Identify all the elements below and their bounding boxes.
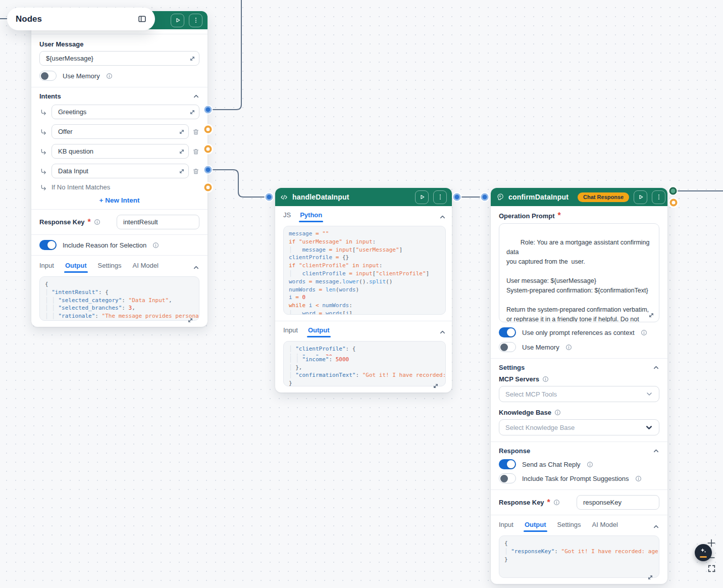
prompt-references-label: Use only prompt references as context xyxy=(522,329,635,336)
collapse-code-icon[interactable] xyxy=(439,214,446,220)
collapse-response-icon[interactable] xyxy=(653,448,659,454)
expand-output-icon[interactable] xyxy=(433,383,439,389)
tab-ai-model[interactable]: AI Model xyxy=(592,521,618,532)
tab-output[interactable]: Output xyxy=(308,326,330,337)
tab-settings[interactable]: Settings xyxy=(557,521,581,532)
intents-header: Intents xyxy=(39,92,193,100)
response-key-label: Response Key xyxy=(39,218,85,226)
output-port-data-input[interactable] xyxy=(204,166,212,174)
output-port-offer[interactable] xyxy=(204,126,212,133)
node-menu-button[interactable] xyxy=(652,190,665,204)
collapse-tabs-icon[interactable] xyxy=(653,523,659,530)
info-icon[interactable] xyxy=(554,409,561,416)
info-icon[interactable] xyxy=(635,475,642,482)
code-node[interactable]: handleDataInput JS Python message = ""if… xyxy=(275,188,452,393)
branch-arrow-icon xyxy=(39,109,47,116)
send-chat-reply-toggle[interactable] xyxy=(499,459,516,469)
tab-input[interactable]: Input xyxy=(39,262,54,273)
fit-view-button[interactable] xyxy=(707,564,716,573)
input-port-chat-node[interactable] xyxy=(481,193,489,201)
intent-input-offer[interactable] xyxy=(51,124,189,139)
chat-node-header[interactable]: confirmDataInput Chat Response xyxy=(491,188,667,206)
use-memory-label: Use Memory xyxy=(63,72,100,80)
collapse-settings-icon[interactable] xyxy=(653,364,659,371)
ai-assistant-button[interactable] xyxy=(695,544,712,561)
include-reason-toggle[interactable] xyxy=(39,240,57,250)
intent-input-data-input[interactable] xyxy=(51,164,189,178)
use-memory-toggle[interactable] xyxy=(499,342,516,352)
intent-input-kb-question[interactable] xyxy=(51,144,189,159)
output-port-no-match[interactable] xyxy=(204,184,212,191)
collapse-intents-icon[interactable] xyxy=(193,93,199,100)
prompt-references-toggle[interactable] xyxy=(499,327,516,337)
tab-input[interactable]: Input xyxy=(283,326,298,337)
expand-output-icon[interactable] xyxy=(647,574,653,580)
flow-canvas[interactable]: User Message Use Memory Intents xyxy=(0,0,723,588)
info-icon[interactable] xyxy=(553,499,560,506)
ai-head-icon xyxy=(496,193,504,201)
expand-output-icon[interactable] xyxy=(187,317,193,323)
nodes-panel-header[interactable]: Nodes xyxy=(7,8,155,30)
expand-icon[interactable] xyxy=(179,168,185,174)
run-node-button[interactable] xyxy=(171,14,184,27)
user-message-input[interactable] xyxy=(39,51,199,66)
include-task-toggle[interactable] xyxy=(499,473,516,483)
use-memory-toggle[interactable] xyxy=(39,71,57,81)
delete-intent-icon[interactable] xyxy=(192,128,199,135)
response-key-label: Response Key xyxy=(499,499,544,506)
expand-icon[interactable] xyxy=(179,129,185,135)
expand-icon[interactable] xyxy=(189,109,195,115)
expand-icon[interactable] xyxy=(189,56,195,62)
intent-input-greetings[interactable] xyxy=(51,105,199,119)
response-section-header: Response xyxy=(499,447,653,455)
collapse-output-icon[interactable] xyxy=(439,329,446,335)
tab-ai-model[interactable]: AI Model xyxy=(133,262,159,273)
info-icon[interactable] xyxy=(641,329,647,336)
new-intent-button[interactable]: + New Intent xyxy=(39,197,199,204)
node-menu-button[interactable] xyxy=(189,14,202,27)
run-node-button[interactable] xyxy=(634,190,647,204)
settings-section-header: Settings xyxy=(499,364,653,371)
response-key-input[interactable] xyxy=(117,215,199,229)
delete-intent-icon[interactable] xyxy=(192,168,199,175)
info-icon[interactable] xyxy=(106,73,113,79)
collapse-tabs-icon[interactable] xyxy=(193,264,199,271)
python-code-editor[interactable]: message = ""if "userMessage" in input:│ … xyxy=(283,226,446,315)
response-key-input[interactable] xyxy=(577,495,659,510)
operation-prompt-textarea[interactable]: Role: You are a mortgage assistant confi… xyxy=(499,223,659,322)
code-output-json: │ "clientProfile": {│ │ "age": 30,│ │ "i… xyxy=(283,341,446,386)
info-icon[interactable] xyxy=(542,376,549,382)
mcp-tools-placeholder: Select MCP Tools xyxy=(505,390,557,398)
knowledge-base-dropdown[interactable]: Select Knowledge Base xyxy=(499,419,659,435)
panel-toggle-icon[interactable] xyxy=(138,15,146,23)
output-port-chat-node[interactable] xyxy=(669,187,677,195)
output-port-greetings[interactable] xyxy=(204,106,212,114)
tab-js[interactable]: JS xyxy=(283,211,291,222)
branch-arrow-icon xyxy=(39,148,47,155)
tab-output[interactable]: Output xyxy=(65,262,87,273)
input-port-code-node[interactable] xyxy=(266,193,273,201)
mcp-tools-dropdown[interactable]: Select MCP Tools xyxy=(499,386,659,402)
delete-intent-icon[interactable] xyxy=(192,148,199,155)
output-port-code-node[interactable] xyxy=(453,193,461,201)
tab-settings[interactable]: Settings xyxy=(98,262,122,273)
intent-router-node[interactable]: User Message Use Memory Intents xyxy=(31,11,208,327)
tab-python[interactable]: Python xyxy=(300,211,322,222)
output-port-kb-question[interactable] xyxy=(204,145,212,153)
expand-prompt-icon[interactable] xyxy=(648,312,654,318)
expand-icon[interactable] xyxy=(179,149,185,155)
tab-input[interactable]: Input xyxy=(499,521,513,532)
output-port-chat-node-alt[interactable] xyxy=(670,199,678,207)
node-menu-button[interactable] xyxy=(433,190,447,204)
tab-output[interactable]: Output xyxy=(525,521,546,532)
no-intent-matches-label: If No Intent Matches xyxy=(51,183,110,191)
knowledge-base-placeholder: Select Knowledge Base xyxy=(505,424,575,431)
info-icon[interactable] xyxy=(94,219,100,225)
info-icon[interactable] xyxy=(565,344,572,351)
chat-response-node[interactable]: confirmDataInput Chat Response Operation… xyxy=(491,188,667,584)
code-node-header[interactable]: handleDataInput xyxy=(275,188,452,206)
operation-prompt-label: Operation Prompt xyxy=(499,212,555,220)
info-icon[interactable] xyxy=(152,242,159,249)
info-icon[interactable] xyxy=(587,461,593,468)
run-node-button[interactable] xyxy=(415,190,429,204)
